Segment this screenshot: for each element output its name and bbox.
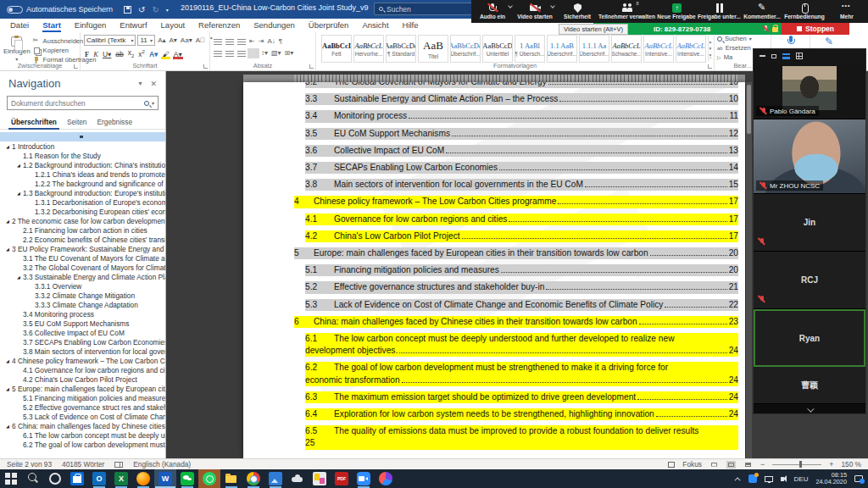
heading-item[interactable]: ◢ 3.3.2 Climate Change Mitigation [0, 291, 165, 300]
ribbon-tab[interactable]: Überprüfen [302, 19, 356, 32]
ribbon-tab[interactable]: Sendungen [247, 19, 302, 32]
heading-item[interactable]: ◢ 5.3 Lack of Evidence on Cost of Climat… [0, 412, 165, 421]
taskbar-item[interactable] [220, 469, 242, 488]
meeting-toolbar-item[interactable]: Freigabe unter... [698, 0, 741, 23]
meeting-toolbar-item[interactable]: Sicherheit [556, 0, 598, 23]
numbered-list-button[interactable] [225, 38, 234, 45]
toc-entry[interactable]: 4 Chinese policy framework – The Low Car… [294, 196, 738, 208]
sort-button[interactable]: A↓ [267, 37, 275, 45]
heading-item[interactable]: ◢ [0, 132, 165, 141]
taskbar-item[interactable] [44, 469, 66, 488]
bold-button[interactable]: F [84, 50, 90, 58]
meeting-toolbar-item[interactable]: Fernbedienung [783, 0, 826, 23]
chevron-down-icon[interactable]: ▾ [152, 100, 154, 106]
meeting-toolbar-item[interactable]: Neue Freigabe [655, 0, 698, 23]
navigation-tab[interactable]: Überschriften [7, 116, 61, 129]
ribbon-tab[interactable]: Hilfe [396, 19, 426, 32]
chevron-down-icon[interactable] [550, 3, 555, 8]
search-input[interactable] [387, 5, 454, 14]
web-layout-button[interactable] [743, 461, 753, 469]
navigation-tab[interactable]: Ergebnisse [92, 116, 136, 129]
taskbar-item[interactable] [132, 469, 154, 488]
heading-item[interactable]: ◢ 3.3.3 Climate Change Adaptation [0, 300, 165, 309]
heading-item[interactable]: ◢ 4.1 Governance for low carbon regions … [0, 365, 165, 374]
heading-item[interactable]: ◢ 3.5 EU CoM Support Mechanisms [0, 319, 165, 328]
meeting-toolbar-item[interactable]: Mehr [826, 0, 868, 23]
more-participants-button[interactable] [754, 404, 865, 415]
font-name-select[interactable]: Calibri (Textk▾ [84, 35, 136, 46]
toc-entry[interactable]: 6.3 The maximum emission target should b… [305, 391, 738, 403]
dialog-launcher-icon[interactable] [708, 64, 712, 69]
toc-entry[interactable]: 3.2 The Global Covenant of Mayors for Cl… [305, 82, 738, 88]
clear-format-button[interactable]: A⃞ [195, 36, 206, 44]
taskbar-item[interactable] [353, 469, 375, 488]
title-search-box[interactable] [374, 3, 472, 15]
heading-item[interactable]: ◢ 5.1 Financing mitigation policies and … [0, 393, 165, 402]
heading-item[interactable]: ◢ 5 Europe: main challenges faced by Eur… [0, 384, 165, 393]
toc-entry[interactable]: 5.2 Effective governance structures and … [305, 281, 738, 293]
taskbar-item[interactable] [176, 469, 198, 488]
ribbon-tab[interactable]: Start [36, 19, 68, 32]
heading-item[interactable]: ◢ 3.7 SECAPs Enabling Low Carbon Economi… [0, 337, 165, 347]
collapse-triangle-icon[interactable]: ◢ [3, 219, 12, 224]
heading-item[interactable]: ◢ 3.8 Main sectors of intervention for l… [0, 347, 165, 356]
taskbar-item[interactable] [66, 469, 88, 488]
style-card[interactable]: AaBbCcL Intensive... [676, 35, 706, 63]
ribbon-tab[interactable]: Ansicht [355, 19, 395, 32]
collapse-triangle-icon[interactable]: ◢ [3, 358, 12, 363]
heading-item[interactable]: ◢ 3.4 Monitoring process [0, 309, 165, 319]
heading-item[interactable]: ◢ 2 The economic case for low carbon dev… [0, 216, 165, 225]
strikethrough-button[interactable]: ab [114, 50, 124, 58]
restore-icon[interactable] [771, 54, 776, 58]
heading-item[interactable]: ◢ 4 Chinese policy framework – The Low C… [0, 356, 165, 365]
toc-entry[interactable]: 5.3 Lack of Evidence on Cost of Climate … [305, 299, 738, 311]
participant-tile[interactable]: Jin Jin [754, 194, 865, 252]
meeting-toolbar-item[interactable]: Kommentier... [741, 0, 783, 23]
decrease-indent-button[interactable]: ⇤ [249, 37, 255, 45]
network-icon[interactable] [765, 476, 773, 482]
ribbon-tab[interactable]: Referenzen [192, 19, 247, 32]
navigation-tab[interactable]: Seiten [63, 116, 92, 129]
participant-tile[interactable]: 曹颖 曹颖 [754, 367, 865, 404]
align-left-button[interactable] [214, 50, 222, 57]
style-card[interactable]: AaBbCcDc Überschrif... [450, 35, 481, 63]
superscript-button[interactable]: x2 [137, 49, 146, 58]
taskbar-item[interactable]: O [88, 469, 110, 488]
taskbar-item[interactable]: W [154, 469, 176, 488]
heading-item[interactable]: ◢ 1.3.1 Decarbonisation of Europe's econ… [0, 197, 165, 207]
toc-entry[interactable]: 6 China: main challenges faced by Chines… [294, 316, 738, 328]
participant-tile[interactable]: Ryan Ryan [754, 309, 865, 367]
clock[interactable]: 08:15 24.04.2020 [815, 472, 847, 485]
subscript-button[interactable]: x2 [127, 48, 136, 58]
word-count[interactable]: 40185 Wörter [62, 460, 104, 469]
zoom-tray-icon[interactable] [748, 474, 757, 483]
toc-entry[interactable]: 6.5 The quality of emissions data must b… [305, 425, 738, 449]
collapse-triangle-icon[interactable]: ◢ [3, 247, 12, 252]
stop-share-button[interactable]: Stoppen [782, 23, 849, 35]
save-icon[interactable] [124, 6, 131, 14]
zoom-slider[interactable] [772, 464, 821, 465]
document-search-input[interactable] [11, 99, 142, 108]
heading-item[interactable]: ◢ 1.3 Background introduction: Europe's … [0, 188, 165, 197]
heading-item[interactable]: ◢ 1 Introduction [0, 141, 165, 151]
borders-button[interactable]: ⊞▾ [285, 49, 294, 57]
shading-button[interactable]: ▧▾ [271, 49, 281, 57]
align-center-button[interactable] [225, 50, 234, 57]
paste-button[interactable]: Einfügen ▾ [3, 35, 31, 62]
gallery-view-icon[interactable] [796, 53, 803, 59]
zoom-out-button[interactable]: − [760, 460, 765, 469]
style-card[interactable]: AaBbCcL Intensive... [643, 35, 674, 63]
italic-button[interactable]: K [92, 50, 99, 58]
print-layout-button[interactable] [726, 461, 736, 469]
style-card[interactable]: AaBbCcD Untertitel [482, 35, 513, 63]
collapse-triangle-icon[interactable]: ◢ [3, 424, 12, 429]
zoom-in-button[interactable]: + [829, 460, 833, 469]
styles-gallery-arrows[interactable]: ▴ ▾ ▾̲ [708, 35, 712, 62]
qat-customize-icon[interactable]: ▾ [166, 7, 169, 13]
style-card[interactable]: AaBbCcL Schwache... [611, 35, 642, 63]
toc-entry[interactable]: 6.1 The low carbon concept must be deepl… [305, 333, 738, 357]
meeting-toolbar-item[interactable]: Video starten [514, 0, 556, 23]
vertical-scrollbar[interactable] [746, 82, 752, 458]
meeting-toolbar-item[interactable]: Audio ein [471, 0, 514, 23]
undo-icon[interactable]: ↺ [138, 5, 145, 14]
